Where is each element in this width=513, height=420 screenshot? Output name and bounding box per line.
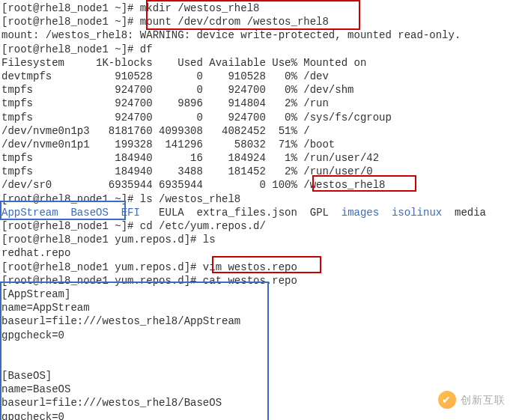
terminal-text: [root@rhel8_node1 ~]#	[1, 2, 140, 14]
terminal-line: tmpfs 924700 0 924700 0% /dev/shm	[1, 83, 512, 97]
terminal-line: [root@rhel8_node1 yum.repos.d]# cat west…	[1, 274, 512, 287]
terminal-text: Filesystem 1K-blocks Used Available Use%…	[1, 57, 366, 69]
terminal-text: mount /dev/cdrom /westos_rhel8	[140, 16, 329, 28]
terminal-line: baseurl=file:///westos_rhel8/BaseOS	[1, 396, 512, 410]
terminal-text: AppStream	[1, 207, 58, 219]
terminal-text: /dev/nvme0n1p3 8181760 4099308 4082452 5…	[1, 125, 310, 137]
terminal-line: redhat.repo	[1, 246, 512, 260]
terminal-text: EFI	[121, 207, 140, 219]
terminal-text: baseurl=file:///westos_rhel8/AppStream	[1, 315, 240, 327]
terminal-text: gpgcheck=0	[1, 329, 64, 341]
terminal-line: [AppStream]	[1, 287, 512, 301]
terminal-text: /dev/nvme0n1p1 199328 141296 58032 71% /…	[1, 139, 335, 150]
terminal-line: gpgcheck=0	[1, 410, 512, 420]
terminal-text	[109, 207, 121, 219]
terminal-text: name=AppStream	[1, 302, 90, 314]
terminal-text: /dev/sr0 6935944 6935944 0 100% /westos_…	[1, 179, 385, 191]
watermark-icon	[438, 391, 456, 409]
terminal-text: redhat.repo	[1, 247, 70, 259]
terminal-line: [BaseOS]	[1, 369, 512, 383]
terminal-text: mkdir /westos_rhel8	[140, 2, 260, 14]
terminal-text: [root@rhel8_node1 ~]# ls /westos_rhel8	[1, 193, 240, 205]
terminal-output: [root@rhel8_node1 ~]# mkdir /westos_rhel…	[0, 0, 513, 420]
terminal-text	[58, 207, 71, 219]
watermark-text: 创新互联	[461, 393, 506, 407]
terminal-line	[1, 342, 512, 356]
terminal-text: tmpfs 924700 0 924700 0% /sys/fs/cgroup	[1, 112, 392, 124]
terminal-text: baseurl=file:///westos_rhel8/BaseOS	[1, 397, 222, 409]
terminal-line: [root@rhel8_node1 ~]# cd /etc/yum.repos.…	[1, 219, 512, 233]
terminal-text: name=BaseOS	[1, 383, 70, 395]
terminal-line: gpgcheck=0	[1, 329, 512, 342]
terminal-line: /dev/sr0 6935944 6935944 0 100% /westos_…	[1, 178, 512, 192]
terminal-line: [root@rhel8_node1 yum.repos.d]# ls	[1, 233, 512, 246]
terminal-text: mount: /westos_rhel8: WARNING: device wr…	[1, 29, 461, 41]
terminal-line: [root@rhel8_node1 ~]# ls /westos_rhel8	[1, 192, 512, 206]
terminal-text: [root@rhel8_node1 ~]#	[1, 16, 140, 28]
terminal-line: Filesystem 1K-blocks Used Available Use%…	[1, 56, 512, 70]
terminal-line: tmpfs 184940 3488 181452 2% /run/user/0	[1, 165, 512, 178]
terminal-text: [root@rhel8_node1 yum.repos.d]# cat west…	[1, 275, 297, 287]
terminal-text: isolinux	[392, 207, 442, 219]
terminal-text: tmpfs 924700 0 924700 0% /dev/shm	[1, 84, 353, 96]
terminal-line: mount: /westos_rhel8: WARNING: device wr…	[1, 28, 512, 42]
terminal-text: devtmpfs 910528 0 910528 0% /dev	[1, 70, 329, 82]
terminal-text: [root@rhel8_node1 ~]# df	[1, 43, 153, 55]
terminal-text: [root@rhel8_node1 yum.repos.d]# ls	[1, 234, 216, 246]
terminal-text: [root@rhel8_node1 yum.repos.d]#	[1, 261, 203, 273]
terminal-text: [root@rhel8_node1 ~]# cd /etc/yum.repos.…	[1, 220, 266, 232]
terminal-line: /dev/nvme0n1p1 199328 141296 58032 71% /…	[1, 138, 512, 151]
terminal-line: tmpfs 924700 9896 914804 2% /run	[1, 97, 512, 110]
terminal-line: [root@rhel8_node1 ~]# mount /dev/cdrom /…	[1, 15, 512, 28]
terminal-line: [root@rhel8_node1 yum.repos.d]# vim west…	[1, 261, 512, 274]
terminal-text: tmpfs 924700 9896 914804 2% /run	[1, 97, 329, 109]
terminal-line: name=AppStream	[1, 301, 512, 314]
terminal-line: AppStream BaseOS EFI EULA extra_files.js…	[1, 206, 512, 219]
terminal-line: tmpfs 184940 16 184924 1% /run/user/42	[1, 151, 512, 165]
terminal-text: [AppStream]	[1, 288, 70, 300]
terminal-text: images	[342, 207, 379, 219]
terminal-text: BaseOS	[70, 207, 108, 219]
terminal-line: [root@rhel8_node1 ~]# mkdir /westos_rhel…	[1, 1, 512, 15]
terminal-line: baseurl=file:///westos_rhel8/AppStream	[1, 314, 512, 328]
terminal-text: EULA extra_files.json GPL	[140, 207, 342, 219]
terminal-line: tmpfs 924700 0 924700 0% /sys/fs/cgroup	[1, 111, 512, 124]
terminal-text: tmpfs 184940 3488 181452 2% /run/user/0	[1, 165, 373, 177]
watermark: 创新互联	[438, 391, 506, 409]
terminal-line: /dev/nvme0n1p3 8181760 4099308 4082452 5…	[1, 124, 512, 138]
terminal-text: gpgcheck=0	[1, 411, 64, 420]
terminal-text: media	[442, 207, 486, 219]
terminal-line: name=BaseOS	[1, 383, 512, 396]
terminal-text: [BaseOS]	[1, 370, 52, 382]
terminal-text	[379, 207, 392, 219]
terminal-line: devtmpfs 910528 0 910528 0% /dev	[1, 70, 512, 83]
terminal-text: tmpfs 184940 16 184924 1% /run/user/42	[1, 152, 379, 164]
terminal-line	[1, 356, 512, 369]
terminal-text: vim westos.repo	[203, 261, 297, 273]
terminal-line: [root@rhel8_node1 ~]# df	[1, 43, 512, 56]
